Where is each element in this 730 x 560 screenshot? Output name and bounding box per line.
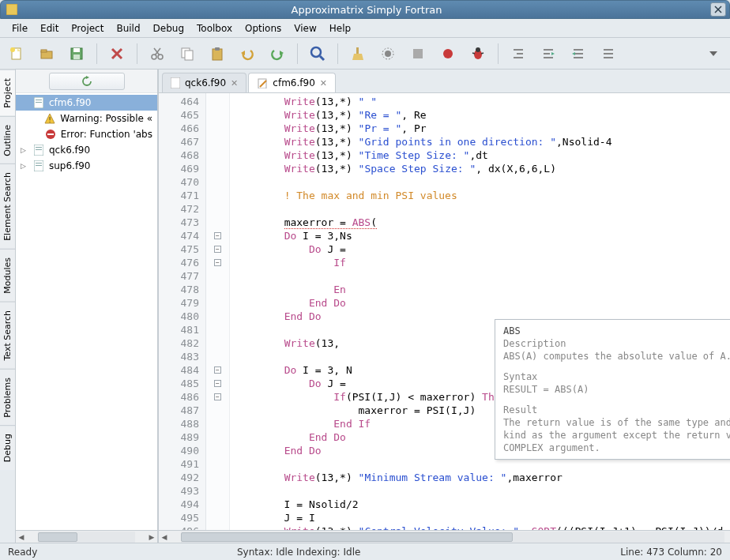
project-tree[interactable]: cfm6.f90!Warning: Possible «Error: Funct… <box>16 93 157 530</box>
save-button[interactable] <box>66 43 87 64</box>
tree-row[interactable]: ▷qck6.f90 <box>16 142 157 158</box>
warning-icon: ! <box>44 113 55 124</box>
status-ready: Ready <box>8 547 37 558</box>
delete-button[interactable] <box>107 43 127 64</box>
error-icon <box>45 129 56 140</box>
svg-rect-0 <box>6 4 17 15</box>
debug-button[interactable] <box>468 43 488 64</box>
paste-button[interactable] <box>207 43 228 64</box>
sidebar-hscroll[interactable]: ◀ ▶ <box>16 530 157 543</box>
outdent-button[interactable] <box>538 43 559 64</box>
sidebar-toolbar <box>16 70 157 93</box>
file-icon <box>33 145 44 156</box>
editor-hscroll[interactable]: ◀ ▶ <box>159 530 730 543</box>
menu-project[interactable]: Project <box>66 21 109 36</box>
svg-rect-56 <box>47 133 54 135</box>
fold-toggle-icon[interactable]: − <box>214 366 221 374</box>
file-icon <box>33 160 44 171</box>
svg-rect-7 <box>41 50 47 52</box>
fold-column[interactable]: −−−−−− <box>206 93 230 530</box>
fold-toggle-icon[interactable]: − <box>214 232 221 239</box>
new-file-button[interactable] <box>6 43 27 64</box>
fold-toggle-icon[interactable]: − <box>214 393 221 400</box>
svg-marker-48 <box>709 51 717 56</box>
svg-rect-28 <box>413 49 423 58</box>
comment-button[interactable] <box>568 43 589 64</box>
menu-view[interactable]: View <box>288 21 322 36</box>
tree-row[interactable]: !Warning: Possible « <box>16 111 157 126</box>
code-editor[interactable]: 464 465 466 467 468 469 470 471 472 473 … <box>159 93 730 530</box>
svg-marker-44 <box>572 52 575 55</box>
svg-rect-19 <box>213 49 222 60</box>
vtab-outline[interactable]: Outline <box>0 116 15 164</box>
record-button[interactable] <box>438 43 458 64</box>
close-tab-icon[interactable]: ✕ <box>320 78 327 88</box>
vtab-debug[interactable]: Debug <box>0 425 15 470</box>
menu-file[interactable]: File <box>6 21 33 36</box>
vtab-element-search[interactable]: Element Search <box>0 163 15 249</box>
menu-help[interactable]: Help <box>324 21 356 36</box>
tooltip-line: RESULT = ABS(A) <box>503 383 730 396</box>
tooltip-line: ABS(A) computes the absolute value of A. <box>503 350 730 363</box>
close-window-button[interactable] <box>710 2 726 17</box>
menu-toolbox[interactable]: Toolbox <box>191 21 238 36</box>
menu-debug[interactable]: Debug <box>148 21 190 36</box>
tree-row[interactable]: ▷sup6.f90 <box>16 158 157 174</box>
toolbar-separator <box>297 43 298 64</box>
close-tab-icon[interactable]: ✕ <box>231 78 238 88</box>
svg-rect-25 <box>356 47 359 54</box>
toolbar-overflow-button[interactable] <box>703 43 724 64</box>
tree-item-label: cfm6.f90 <box>49 97 91 108</box>
vtab-project[interactable]: Project <box>0 70 15 116</box>
scroll-left-icon[interactable]: ◀ <box>159 532 170 543</box>
clean-button[interactable] <box>348 43 368 64</box>
svg-line-32 <box>472 53 475 54</box>
toolbar-separator <box>137 43 137 64</box>
scroll-right-icon[interactable]: ▶ <box>146 532 157 543</box>
editor-pane: qck6.f90 ✕ cfm6.f90 ✕ 464 465 466 467 46… <box>158 70 730 543</box>
tooltip-line: kind as the argument except the return v… <box>503 429 730 442</box>
vtab-problems[interactable]: Problems <box>0 369 15 426</box>
svg-line-24 <box>320 56 324 60</box>
tab-label: qck6.f90 <box>185 77 226 88</box>
tree-item-label: sup6.f90 <box>49 160 90 171</box>
svg-rect-52 <box>36 102 42 103</box>
cut-button[interactable] <box>147 43 167 64</box>
open-file-button[interactable] <box>36 43 57 64</box>
svg-point-26 <box>385 51 391 57</box>
menu-build[interactable]: Build <box>111 21 145 36</box>
tree-row[interactable]: Error: Function 'abs <box>16 126 157 142</box>
svg-rect-20 <box>215 47 220 51</box>
tooltip-line: The return value is of the same type and <box>503 416 730 429</box>
status-cursor-pos: Line: 473 Column: 20 <box>620 547 722 558</box>
fold-toggle-icon[interactable]: − <box>214 246 221 253</box>
stop-button[interactable] <box>408 43 428 64</box>
fold-toggle-icon[interactable]: − <box>214 259 221 266</box>
svg-rect-51 <box>36 100 42 100</box>
svg-rect-61 <box>36 163 42 163</box>
format-button[interactable] <box>598 43 619 64</box>
fold-toggle-icon[interactable]: − <box>214 380 221 387</box>
vtab-text-search[interactable]: Text Search <box>0 302 15 369</box>
svg-text:!: ! <box>49 116 52 124</box>
workarea: Project Outline Element Search Modules T… <box>0 70 730 543</box>
search-button[interactable] <box>307 43 328 64</box>
menu-edit[interactable]: Edit <box>35 21 64 36</box>
indent-button[interactable] <box>508 43 529 64</box>
file-icon <box>171 77 180 88</box>
undo-button[interactable] <box>237 43 258 64</box>
vtab-modules[interactable]: Modules <box>0 249 15 302</box>
svg-point-31 <box>476 47 480 52</box>
copy-button[interactable] <box>177 43 198 64</box>
refresh-button[interactable] <box>49 73 125 90</box>
code-content[interactable]: Write(13,*) " " Write(13,*) "Re = ", Re … <box>230 93 730 530</box>
tab-qck6[interactable]: qck6.f90 ✕ <box>162 73 246 92</box>
tooltip-line: Syntax <box>503 370 730 383</box>
redo-button[interactable] <box>267 43 288 64</box>
tree-row[interactable]: cfm6.f90 <box>16 95 157 111</box>
tab-cfm6[interactable]: cfm6.f90 ✕ <box>248 73 336 92</box>
menu-options[interactable]: Options <box>239 21 287 36</box>
scroll-left-icon[interactable]: ◀ <box>16 532 27 543</box>
tree-item-label: qck6.f90 <box>49 145 90 156</box>
build-button[interactable] <box>378 43 398 64</box>
